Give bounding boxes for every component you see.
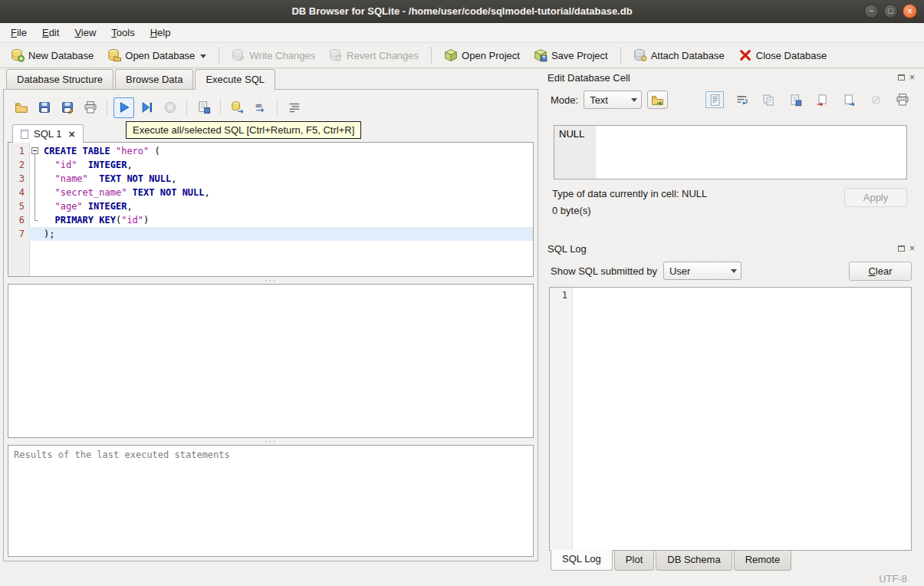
dock-tab-plot[interactable]: Plot: [614, 551, 654, 571]
fold-marker-icon[interactable]: [29, 144, 41, 158]
menubar: FileEditViewToolsHelp: [0, 23, 924, 43]
line-number: 3: [8, 172, 29, 186]
fold-marker-icon: [29, 186, 41, 199]
cell-editor[interactable]: NULL: [554, 125, 907, 179]
tab-sql-1[interactable]: SQL 1 ×: [12, 124, 84, 143]
minimize-icon: −: [869, 7, 873, 15]
toolbar-button-close-database[interactable]: Close Database: [732, 46, 834, 64]
menu-tools[interactable]: Tools: [104, 23, 142, 42]
dropdown-caret-icon[interactable]: [200, 54, 206, 61]
fold-marker-icon: [29, 227, 41, 241]
execute-line-button[interactable]: [136, 97, 157, 118]
log-filter-combobox[interactable]: User: [663, 262, 742, 280]
save-as-file-button[interactable]: [786, 91, 804, 108]
open-file-button[interactable]: [647, 91, 668, 109]
log-filter-row: Show SQL submitted by User Clear: [543, 256, 918, 285]
code-line: 1CREATE TABLE "hero" (: [8, 144, 533, 158]
dock-tab-db-schema[interactable]: DB Schema: [656, 551, 732, 571]
menu-edit[interactable]: Edit: [35, 23, 67, 42]
save-project-icon: [534, 48, 547, 62]
dock-pane: Edit Database Cell × Mode: Text NULL: [543, 68, 924, 571]
toolbar-button-open-database[interactable]: Open Database: [101, 46, 212, 64]
sql-log-area[interactable]: 1: [549, 287, 912, 551]
tab-browse-data[interactable]: Browse Data: [115, 69, 193, 89]
sql-editor-pane: Database StructureBrowse DataExecute SQL…: [3, 68, 538, 571]
toolbar-separator: [620, 47, 621, 64]
menu-view[interactable]: View: [67, 23, 104, 42]
toolbar-button-attach-database[interactable]: Attach Database: [627, 46, 731, 64]
tab-database-structure[interactable]: Database Structure: [6, 69, 113, 89]
print-icon: [896, 93, 909, 107]
log-filter-label: Show SQL submitted by: [551, 265, 657, 277]
dock-tab-sql-log[interactable]: SQL Log: [551, 550, 613, 571]
cell-toolbar: [705, 91, 912, 108]
set-null-icon: [870, 94, 883, 107]
titlebar[interactable]: DB Browser for SQLite - /home/user/code/…: [0, 0, 924, 23]
copy-button[interactable]: [759, 91, 778, 108]
print-sql-button[interactable]: [80, 97, 100, 118]
fold-marker-icon: [29, 213, 41, 227]
minimize-button[interactable]: −: [864, 4, 879, 18]
toolbar-separator: [220, 99, 221, 116]
toolbar-separator: [186, 99, 187, 116]
mode-combobox[interactable]: Text: [584, 91, 642, 109]
save-sql-as-button[interactable]: [57, 97, 77, 118]
close-tab-icon[interactable]: ×: [68, 129, 74, 140]
toolbar-separator: [219, 47, 219, 64]
text-view-icon: [709, 94, 722, 107]
code-text: "id" INTEGER,: [41, 158, 133, 172]
edit-cell-header-icons: ×: [898, 73, 915, 82]
save-results-button[interactable]: [193, 97, 214, 118]
execute-all-button[interactable]: [113, 97, 134, 118]
line-number: 5: [8, 199, 29, 213]
import-file-icon: [816, 94, 829, 107]
toolbar-button-new-database[interactable]: New Database: [5, 46, 100, 64]
main-content: Database StructureBrowse DataExecute SQL…: [0, 68, 924, 571]
text-mode-button[interactable]: [705, 91, 724, 108]
float-icon[interactable]: [898, 74, 905, 81]
export-results-button[interactable]: [227, 97, 248, 118]
find-replace-icon: ab: [254, 100, 268, 114]
close-icon[interactable]: ×: [909, 73, 915, 82]
sql-toolbar: ab: [8, 94, 534, 121]
menu-file[interactable]: File: [3, 23, 35, 42]
toolbar-button-save-project[interactable]: Save Project: [528, 46, 614, 64]
import-from-file-button[interactable]: [813, 91, 831, 108]
main-toolbar: New DatabaseOpen DatabaseWrite ChangesRe…: [0, 43, 924, 68]
execute-tooltip: Execute all/selected SQL [Ctrl+Return, F…: [126, 121, 361, 139]
dock-tab-remote[interactable]: Remote: [734, 551, 792, 571]
word-wrap-button[interactable]: [732, 91, 751, 108]
splitter-handle[interactable]: ···: [8, 277, 534, 284]
execute-all-icon: [117, 100, 131, 114]
sql-log-header-icons: ×: [898, 244, 915, 253]
toolbar-button-open-project[interactable]: Open Project: [438, 46, 526, 64]
tab-execute-sql[interactable]: Execute SQL: [195, 69, 275, 90]
print-cell-button[interactable]: [893, 91, 912, 108]
save-sql-as-icon: [61, 100, 74, 114]
menu-help[interactable]: Help: [143, 23, 179, 42]
open-sql-file-button[interactable]: [11, 97, 31, 118]
print-icon: [84, 100, 97, 114]
line-number: 4: [8, 186, 29, 199]
execute-line-icon: [140, 100, 154, 114]
find-replace-button[interactable]: ab: [250, 97, 271, 118]
statusbar: UTF-8: [0, 571, 924, 586]
word-wrap-icon: [735, 94, 748, 107]
close-button[interactable]: ×: [903, 4, 917, 18]
clear-log-button[interactable]: Clear: [849, 262, 912, 281]
edit-cell-title: Edit Database Cell: [547, 72, 630, 84]
new-database-icon: [11, 48, 25, 62]
format-sql-button[interactable]: [284, 97, 304, 118]
results-grid[interactable]: [8, 284, 534, 438]
save-sql-file-button[interactable]: [34, 97, 54, 118]
float-icon[interactable]: [898, 245, 905, 252]
close-icon[interactable]: ×: [909, 244, 915, 253]
cell-value: NULL: [559, 128, 584, 140]
maximize-button[interactable]: □: [883, 4, 898, 18]
write-changes-icon: [232, 48, 245, 62]
results-message[interactable]: Results of the last executed statements: [8, 445, 534, 557]
export-to-file-button[interactable]: [840, 91, 858, 108]
sql-code-editor[interactable]: 1CREATE TABLE "hero" (2 "id" INTEGER,3 "…: [8, 142, 534, 277]
cell-size-info: 0 byte(s): [552, 205, 707, 216]
splitter-handle-2[interactable]: ···: [8, 438, 534, 445]
